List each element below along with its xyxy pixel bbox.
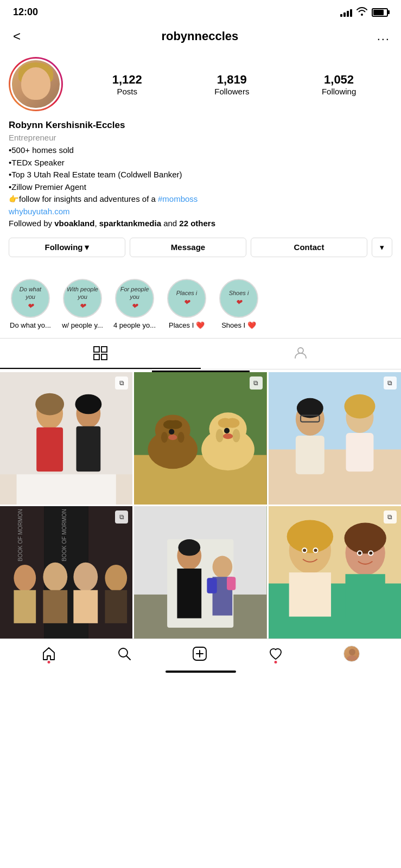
bio-text: •500+ homes sold •TEDx Speaker •Top 3 Ut… (9, 144, 392, 230)
action-buttons: Following ▾ Message Contact ▾ (9, 238, 392, 257)
svg-point-68 (287, 520, 333, 553)
stats-container: 1,122 Posts 1,819 Followers 1,052 Follow… (76, 73, 392, 96)
nav-home[interactable] (41, 646, 56, 661)
svg-point-31 (223, 433, 233, 439)
following-stat[interactable]: 1,052 Following (322, 73, 356, 96)
svg-point-51 (73, 563, 98, 591)
message-button[interactable]: Message (130, 238, 246, 257)
bio-website[interactable]: whybuyutah.com (9, 207, 70, 216)
bio-line-4: •Zillow Premier Agent (9, 182, 86, 192)
multi-post-icon-6: ⧉ (384, 510, 397, 524)
tab-grid[interactable] (0, 339, 201, 369)
svg-point-30 (168, 435, 177, 440)
bio-name: Robynn Kershisnik-Eccles (9, 120, 392, 131)
posts-count: 1,122 (112, 73, 142, 87)
svg-rect-3 (101, 354, 107, 360)
highlight-circle-4: Places i❤ (167, 279, 206, 318)
svg-rect-2 (94, 354, 99, 360)
svg-point-76 (314, 548, 317, 552)
photo-3[interactable]: ⧉ (269, 372, 401, 505)
status-icons (340, 7, 388, 18)
tab-tagged[interactable] (201, 339, 402, 369)
svg-point-19 (169, 420, 182, 429)
svg-rect-72 (345, 574, 385, 618)
svg-point-75 (303, 548, 306, 552)
svg-point-60 (179, 539, 201, 556)
home-notification-dot (47, 661, 50, 663)
highlight-circle-3: For people you❤ (115, 279, 154, 318)
bio-line-3: •Top 3 Utah Real Estate team (Coldwell B… (9, 170, 182, 179)
photo-2[interactable]: ⧉ (134, 372, 266, 505)
avatar[interactable] (9, 57, 63, 111)
svg-rect-7 (0, 372, 132, 474)
following-label: Following (45, 242, 83, 252)
bio-hashtag[interactable]: #momboss (158, 194, 198, 203)
tagged-icon (294, 346, 308, 360)
highlight-text-2: With people you❤ (66, 285, 99, 311)
photo-4[interactable]: BOOK OF MORMON BOOK OF MORMON ⧉ (0, 506, 132, 639)
back-button[interactable]: < (11, 27, 23, 46)
following-count: 1,052 (324, 73, 354, 87)
svg-point-49 (43, 563, 67, 591)
contact-button[interactable]: Contact (251, 238, 367, 257)
highlight-1[interactable]: Do what you❤ Do what yo... (9, 279, 52, 329)
svg-rect-59 (177, 569, 202, 618)
svg-point-79 (358, 551, 361, 554)
following-button[interactable]: Following ▾ (9, 238, 125, 257)
add-icon (192, 646, 207, 661)
multi-post-icon: ⧉ (115, 376, 128, 390)
dropdown-button[interactable]: ▾ (372, 238, 392, 257)
svg-point-13 (75, 394, 101, 414)
svg-rect-1 (101, 347, 107, 352)
highlight-circle-2: With people you❤ (63, 279, 102, 318)
home-indicator (166, 671, 236, 673)
battery-icon (372, 8, 388, 17)
posts-stat[interactable]: 1,122 Posts (112, 73, 142, 96)
nav-profile[interactable] (343, 646, 360, 662)
nav-add[interactable] (192, 646, 207, 661)
svg-point-86 (349, 649, 355, 655)
nav-heart[interactable] (268, 646, 283, 661)
nav-search[interactable] (117, 646, 132, 661)
highlight-label-5: Shoes I ❤️ (221, 321, 256, 329)
photo-grid: ⧉ (0, 372, 401, 639)
svg-rect-69 (289, 572, 330, 616)
highlight-2[interactable]: With people you❤ w/ people y... (61, 279, 104, 329)
svg-rect-33 (269, 449, 401, 505)
svg-rect-11 (76, 426, 100, 471)
followers-count: 1,819 (217, 73, 247, 87)
multi-post-icon-3: ⧉ (384, 376, 397, 390)
svg-point-20 (161, 431, 168, 442)
svg-rect-52 (73, 590, 98, 623)
svg-point-12 (35, 393, 64, 415)
multi-post-icon-2: ⧉ (250, 376, 263, 390)
svg-rect-9 (36, 427, 63, 471)
highlight-3[interactable]: For people you❤ 4 people yo... (113, 279, 156, 329)
svg-point-29 (224, 427, 230, 433)
dropdown-chevron-icon: ▾ (380, 242, 384, 252)
more-options-button[interactable]: ... (377, 29, 390, 43)
followers-stat[interactable]: 1,819 Followers (214, 73, 249, 96)
svg-point-4 (298, 348, 303, 353)
svg-rect-50 (43, 590, 67, 623)
svg-rect-54 (105, 590, 127, 623)
followers-label: Followers (214, 87, 249, 96)
highlight-circle-5: Shoes i❤ (219, 279, 258, 318)
svg-text:BOOK OF MORMON: BOOK OF MORMON (61, 509, 67, 561)
highlight-4[interactable]: Places i❤ Places I ❤️ (165, 279, 208, 329)
highlight-5[interactable]: Shoes i❤ Shoes I ❤️ (217, 279, 260, 329)
following-chevron-icon: ▾ (85, 242, 89, 252)
svg-rect-0 (94, 347, 99, 352)
svg-rect-63 (207, 578, 217, 593)
svg-rect-64 (227, 577, 235, 590)
svg-point-71 (344, 522, 386, 553)
highlight-text-3: For people you❤ (118, 285, 151, 311)
svg-rect-36 (296, 436, 324, 474)
photo-5[interactable] (134, 506, 266, 639)
heart-icon (268, 646, 283, 661)
multi-post-icon-4: ⧉ (115, 510, 128, 524)
status-bar: 12:00 (0, 0, 401, 22)
photo-1[interactable]: ⧉ (0, 372, 132, 505)
svg-point-47 (14, 565, 36, 591)
photo-6[interactable]: ⧉ (269, 506, 401, 639)
